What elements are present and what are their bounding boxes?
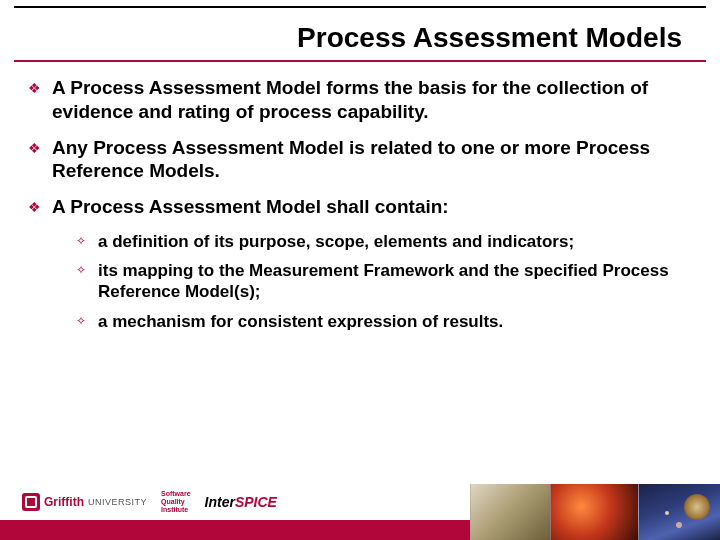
bullet-item: ❖ A Process Assessment Model shall conta… [28,195,692,219]
footer-image-strip [470,484,720,540]
footer-image-keyboard [470,484,550,540]
diamond-open-bullet-icon: ✧ [76,311,98,328]
title-area: Process Assessment Models [14,6,706,62]
bullet-text: Any Process Assessment Model is related … [52,136,692,184]
footer: Griffith UNIVERSITY Software Quality Ins… [0,484,720,540]
griffith-logo-block: Griffith UNIVERSITY [22,493,147,511]
bullet-item: ❖ Any Process Assessment Model is relate… [28,136,692,184]
sub-bullet-item: ✧ its mapping to the Measurement Framewo… [76,260,692,303]
griffith-name: Griffith [44,495,84,509]
sub-bullet-item: ✧ a definition of its purpose, scope, el… [76,231,692,252]
sub-bullet-text: a mechanism for consistent expression of… [98,311,503,332]
sub-bullet-group: ✧ a definition of its purpose, scope, el… [76,231,692,332]
sqi-line: Institute [161,506,191,514]
diamond-bullet-icon: ❖ [28,76,52,96]
sub-bullet-text: its mapping to the Measurement Framework… [98,260,692,303]
sqi-line: Quality [161,498,191,506]
interspice-prefix: Inter [205,494,235,510]
bullet-item: ❖ A Process Assessment Model forms the b… [28,76,692,124]
footer-image-sun [550,484,638,540]
diamond-bullet-icon: ❖ [28,195,52,215]
sub-bullet-text: a definition of its purpose, scope, elem… [98,231,574,252]
sub-bullet-item: ✧ a mechanism for consistent expression … [76,311,692,332]
griffith-mark-icon [22,493,40,511]
diamond-bullet-icon: ❖ [28,136,52,156]
diamond-open-bullet-icon: ✧ [76,231,98,248]
griffith-university-label: UNIVERSITY [88,497,147,507]
sqi-label: Software Quality Institute [161,490,191,513]
slide-title: Process Assessment Models [14,22,682,54]
footer-image-planets [638,484,720,540]
sqi-line: Software [161,490,191,498]
bullet-text: A Process Assessment Model shall contain… [52,195,449,219]
bullet-text: A Process Assessment Model forms the bas… [52,76,692,124]
interspice-suffix: SPICE [235,494,277,510]
footer-bar [0,520,720,540]
interspice-logo: InterSPICE [205,494,277,510]
content-area: ❖ A Process Assessment Model forms the b… [0,62,720,540]
diamond-open-bullet-icon: ✧ [76,260,98,277]
